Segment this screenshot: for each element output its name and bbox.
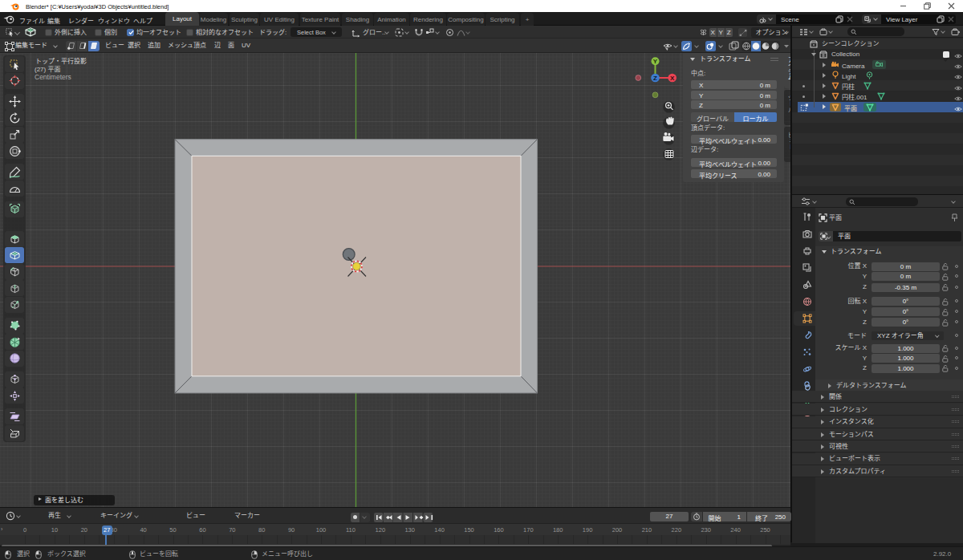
svg-text:Z: Z [653, 75, 657, 82]
svg-text:X: X [670, 75, 675, 82]
svg-text:Y: Y [653, 58, 658, 65]
